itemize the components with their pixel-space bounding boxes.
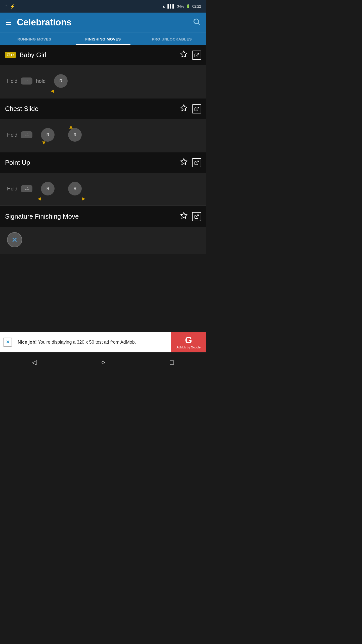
- btn-r-baby-girl: R: [54, 74, 68, 88]
- search-button[interactable]: [193, 18, 201, 27]
- btn-l1-chest: L1: [21, 131, 32, 138]
- external-point-up[interactable]: [192, 158, 201, 167]
- status-left: ↑ ⚡: [5, 4, 15, 9]
- favorite-chest-slide[interactable]: [180, 104, 188, 113]
- btn-r1-container-chest: R ▼: [41, 128, 55, 142]
- external-baby-girl[interactable]: [192, 51, 201, 60]
- upload-icon: ↑: [5, 4, 7, 9]
- close-x-label: ✕: [6, 339, 10, 345]
- move-controls-baby-girl: Hold L1 hold R ◄: [0, 65, 206, 98]
- menu-button[interactable]: ☰: [6, 18, 12, 27]
- btn-l1-baby-girl: L1: [21, 77, 32, 85]
- btn-r1-container-point: R ◄: [41, 182, 55, 195]
- bottom-nav: ◁ ○ □: [0, 352, 206, 372]
- svg-marker-2: [181, 51, 187, 57]
- move-actions-chest-slide: [180, 104, 201, 113]
- move-header-signature: Signature Finishing Move: [0, 206, 206, 227]
- home-button[interactable]: ○: [96, 355, 111, 370]
- wifi-icon: ▲: [162, 4, 165, 8]
- tab-running-moves[interactable]: RUNNING MOVES: [0, 32, 69, 45]
- btn-r2-chest: R: [68, 128, 82, 142]
- arrow-right-point: ►: [81, 195, 86, 202]
- battery-icon: 🔋: [186, 4, 190, 8]
- move-actions-signature: [180, 212, 201, 221]
- hold-text-baby-girl: Hold: [7, 78, 17, 84]
- tab-finishing-moves[interactable]: FINISHING MOVES: [69, 32, 137, 45]
- app-header: ☰ Celebrations: [0, 13, 206, 32]
- arrow-up-chest: ▲: [68, 124, 74, 130]
- btn-r2-point: R: [68, 182, 82, 195]
- badge-17: 🛡 17: [5, 52, 16, 58]
- svg-line-1: [198, 23, 200, 25]
- move-header-point-up: Point Up: [0, 152, 206, 173]
- move-title-area-sig: Signature Finishing Move: [5, 213, 79, 220]
- tabs-bar: RUNNING MOVES FINISHING MOVES PRO UNLOCK…: [0, 32, 206, 45]
- external-signature[interactable]: [192, 212, 201, 221]
- move-header-baby-girl: 🛡 17 Baby Girl: [0, 45, 206, 65]
- hold-text-point: Hold: [7, 186, 17, 192]
- move-header-chest-slide: Chest Slide: [0, 99, 206, 119]
- arrow-left-baby-girl: ◄: [50, 88, 55, 94]
- btn-r-container-baby-girl: R ◄: [54, 74, 68, 88]
- move-name-point-up: Point Up: [5, 159, 30, 167]
- battery-text: 34%: [177, 4, 184, 8]
- ad-bold-text: Nice job!: [18, 340, 37, 345]
- ad-logo[interactable]: G AdMob by Google: [171, 332, 206, 352]
- status-right: ▲ ▌▌▌ 34% 🔋 02:22: [162, 4, 201, 8]
- usb-icon: ⚡: [10, 4, 15, 9]
- move-name-signature: Signature Finishing Move: [5, 213, 79, 220]
- back-button[interactable]: ◁: [27, 355, 42, 370]
- status-bar: ↑ ⚡ ▲ ▌▌▌ 34% 🔋 02:22: [0, 0, 206, 13]
- move-controls-chest-slide: Hold L1 R ▼ R ▲: [0, 119, 206, 152]
- move-actions-baby-girl: [180, 50, 201, 60]
- move-controls-signature: [0, 227, 206, 254]
- btn-r2-container-chest: R ▲: [68, 128, 82, 142]
- hold-text-chest: Hold: [7, 132, 17, 138]
- hold-text2-baby-girl: hold: [36, 78, 46, 84]
- arrow-down-chest: ▼: [41, 140, 47, 146]
- move-card-signature: Signature Finishing Move: [0, 206, 206, 254]
- favorite-point-up[interactable]: [180, 158, 188, 167]
- tab-pro-unlockables[interactable]: PRO UNLOCKABLES: [138, 32, 206, 45]
- svg-line-5: [196, 107, 198, 109]
- btn-r2-container-point: R ►: [68, 182, 82, 195]
- external-chest-slide[interactable]: [192, 104, 201, 113]
- ad-logo-text: AdMob by Google: [176, 346, 201, 349]
- move-card-point-up: Point Up Hold L1: [0, 152, 206, 206]
- move-name-chest-slide: Chest Slide: [5, 105, 38, 113]
- btn-l1-point: L1: [21, 185, 32, 192]
- shield-badge-icon: 🛡: [7, 53, 10, 57]
- svg-marker-4: [181, 105, 187, 111]
- svg-line-9: [196, 215, 198, 217]
- svg-point-0: [194, 19, 199, 24]
- page-title: Celebrations: [17, 17, 193, 28]
- svg-marker-8: [181, 213, 187, 219]
- move-controls-point-up: Hold L1 R ◄ R ►: [0, 173, 206, 206]
- clock: 02:22: [192, 4, 201, 8]
- arrow-left-point: ◄: [36, 195, 42, 202]
- ad-text: You're displaying a 320 x 50 test ad fro…: [38, 340, 136, 345]
- recents-button[interactable]: □: [164, 355, 179, 370]
- move-actions-point-up: [180, 158, 201, 167]
- move-card-chest-slide: Chest Slide Hold L1: [0, 99, 206, 152]
- svg-marker-6: [181, 159, 187, 165]
- favorite-signature[interactable]: [180, 212, 188, 221]
- close-signature-button[interactable]: [7, 232, 22, 247]
- ad-banner: ✕ Nice job! You're displaying a 320 x 50…: [0, 332, 206, 352]
- move-title-area-point: Point Up: [5, 159, 30, 167]
- btn-r1-point: R: [41, 182, 55, 195]
- content-area: 🛡 17 Baby Girl: [0, 45, 206, 332]
- ad-text-area: Nice job! You're displaying a 320 x 50 t…: [15, 340, 171, 345]
- ad-logo-icon: G: [185, 335, 192, 346]
- signal-icon: ▌▌▌: [167, 4, 175, 8]
- favorite-baby-girl[interactable]: [180, 50, 188, 60]
- move-name-baby-girl: Baby Girl: [19, 51, 46, 59]
- svg-line-3: [196, 53, 198, 55]
- svg-line-7: [196, 161, 198, 163]
- ad-close-button[interactable]: ✕: [0, 336, 15, 349]
- move-title-area: 🛡 17 Baby Girl: [5, 51, 46, 59]
- move-card-baby-girl: 🛡 17 Baby Girl: [0, 45, 206, 98]
- ad-close-x-icon[interactable]: ✕: [3, 338, 12, 347]
- move-title-area-chest: Chest Slide: [5, 105, 38, 113]
